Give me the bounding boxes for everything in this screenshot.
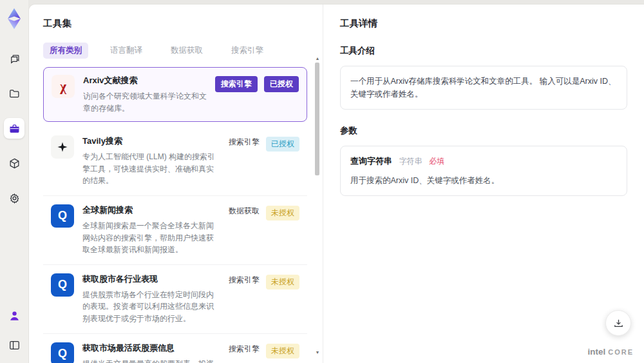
param-type: 字符串	[399, 157, 422, 166]
app-logo-icon	[3, 6, 25, 32]
tool-name: 获取股市各行业表现	[82, 273, 220, 285]
tool-name: Tavily搜索	[82, 135, 220, 147]
param-description: 用于搜索的Arxiv ID、关键字或作者姓名。	[350, 174, 617, 187]
param-name: 查询字符串	[350, 156, 392, 166]
tab-1[interactable]: 语言翻译	[104, 43, 149, 59]
tab-2[interactable]: 数据获取	[164, 43, 209, 59]
param-box: 查询字符串 字符串 必填 用于搜索的Arxiv ID、关键字或作者姓名。	[340, 146, 627, 196]
intro-box: 一个用于从Arxiv存储库搜索科学论文和文章的工具。 输入可以是Arxiv ID…	[340, 66, 627, 110]
left-rail	[0, 0, 28, 363]
tool-detail-panel: 工具详情 工具介绍 一个用于从Arxiv存储库搜索科学论文和文章的工具。 输入可…	[323, 5, 644, 363]
toolset-column: 工具集 所有类别语言翻译数据获取搜索引擎 χArxiv文献搜索访问各个研究领域大…	[29, 5, 323, 363]
auth-status-badge: 已授权	[264, 76, 299, 92]
param-required-badge: 必填	[429, 157, 444, 166]
tool-row[interactable]: Q获取市场最活跃股票信息提供当天交易量最高的股票列表，投资者可以利用这些信息来识…	[43, 333, 307, 363]
tool-list: χArxiv文献搜索访问各个研究领域大量科学论文和文章的存储库。搜索引擎已授权T…	[43, 67, 317, 363]
category-badge: 搜索引擎	[229, 275, 260, 286]
auth-status-badge: 已授权	[266, 137, 299, 152]
list-scrollbar[interactable]: ▲ ▼	[314, 56, 321, 355]
tool-description: 提供股票市场各个行业在特定时间段内的表现。投资者可以利用这些信息来识别表现优于或…	[82, 289, 220, 325]
page-title: 工具集	[43, 17, 317, 30]
scrollbar-thumb[interactable]	[315, 63, 319, 175]
category-badge: 搜索引擎	[229, 137, 260, 148]
scroll-down-icon[interactable]: ▼	[314, 350, 321, 355]
auth-status-badge: 未授权	[266, 344, 299, 358]
tool-row[interactable]: Tavily搜索专为人工智能代理 (LLM) 构建的搜索引擎工具，可快速提供实时…	[43, 127, 307, 195]
settings-icon[interactable]	[4, 188, 24, 208]
download-icon	[613, 318, 624, 329]
tool-name: 获取市场最活跃股票信息	[82, 342, 220, 354]
scroll-up-icon[interactable]: ▲	[314, 56, 321, 61]
auth-status-badge: 未授权	[266, 206, 299, 221]
tab-0[interactable]: 所有类别	[43, 43, 88, 59]
folder-icon[interactable]	[4, 83, 24, 104]
toolbox-icon[interactable]	[4, 118, 24, 139]
brand-secondary: CORE	[608, 348, 634, 356]
category-tabs: 所有类别语言翻译数据获取搜索引擎	[43, 43, 317, 59]
sparkle-star-icon	[51, 135, 74, 159]
category-badge: 搜索引擎	[229, 344, 260, 355]
tool-description: 全球新闻搜索是一个聚合全球各大新闻网站内容的搜索引擎，帮助用户快速获取全球最新资…	[82, 220, 220, 256]
tool-name: 全球新闻搜索	[82, 204, 220, 216]
package-icon[interactable]	[4, 153, 24, 173]
q-news-logo-icon: Q	[51, 204, 74, 228]
q-news-logo-icon: Q	[51, 273, 74, 297]
tool-name: Arxiv文献搜索	[83, 75, 207, 86]
panel-toggle-icon[interactable]	[4, 335, 24, 355]
intel-core-logo: intel CORE	[587, 347, 634, 357]
tool-description: 访问各个研究领域大量科学论文和文章的存储库。	[83, 90, 207, 114]
arxiv-logo-icon: χ	[52, 75, 75, 98]
tool-description: 专为人工智能代理 (LLM) 构建的搜索引擎工具，可快速提供实时、准确和真实的结…	[82, 151, 220, 187]
params-heading: 参数	[340, 125, 627, 137]
tool-row[interactable]: Q获取股市各行业表现提供股票市场各个行业在特定时间段内的表现。投资者可以利用这些…	[43, 264, 307, 333]
tool-row[interactable]: χArxiv文献搜索访问各个研究领域大量科学论文和文章的存储库。搜索引擎已授权	[43, 67, 307, 122]
detail-title: 工具详情	[340, 17, 627, 30]
download-button[interactable]	[605, 310, 631, 336]
tool-row[interactable]: Q全球新闻搜索全球新闻搜索是一个聚合全球各大新闻网站内容的搜索引擎，帮助用户快速…	[43, 195, 307, 264]
q-news-logo-icon: Q	[51, 342, 74, 363]
tool-description: 提供当天交易量最高的股票列表，投资者可以利用这些信息来识别流动性强的股票和潜在的…	[82, 358, 220, 363]
chat-icon[interactable]	[4, 48, 24, 69]
user-avatar-icon[interactable]	[4, 305, 24, 326]
tab-3[interactable]: 搜索引擎	[225, 43, 270, 59]
category-badge: 搜索引擎	[215, 76, 258, 92]
auth-status-badge: 未授权	[266, 275, 299, 289]
intro-heading: 工具介绍	[340, 45, 627, 57]
main-panel: 工具集 所有类别语言翻译数据获取搜索引擎 χArxiv文献搜索访问各个研究领域大…	[28, 4, 644, 363]
brand-primary: intel	[587, 347, 605, 357]
category-badge: 数据获取	[229, 206, 260, 217]
